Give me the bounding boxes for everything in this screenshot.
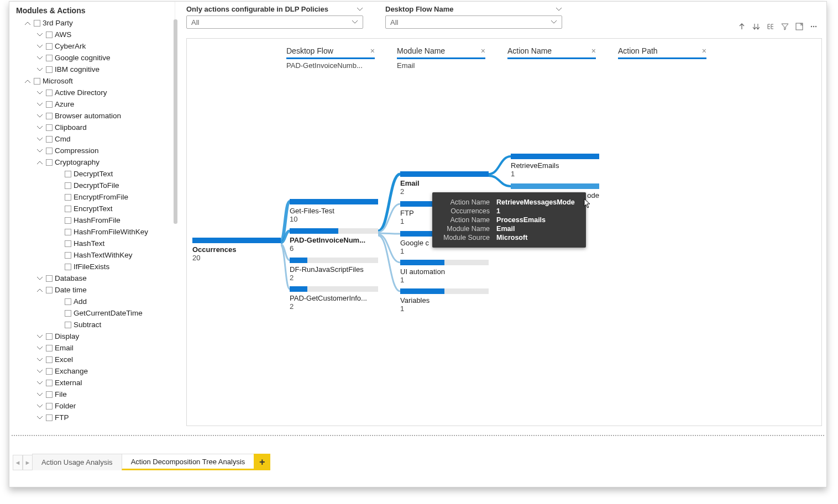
tree-item-browser-automation[interactable]: Browser automation — [14, 110, 171, 122]
tree-item-hash-from-file-with-key[interactable]: HashFromFileWithKey — [14, 226, 171, 238]
checkbox[interactable] — [65, 217, 71, 224]
close-icon[interactable]: × — [476, 46, 485, 55]
checkbox[interactable] — [65, 252, 71, 259]
checkbox[interactable] — [46, 113, 53, 119]
chevron-down-icon[interactable] — [36, 275, 44, 282]
tree-item-file[interactable]: File — [14, 389, 171, 400]
tab-action-decomposition-tree-analysis[interactable]: Action Decomposition Tree Analysis — [122, 454, 255, 470]
node-ui-automation[interactable]: UI automation 1 — [400, 260, 489, 284]
tree-item-cryptography[interactable]: Cryptography — [14, 156, 171, 168]
chevron-up-icon[interactable] — [24, 19, 32, 27]
node-get-files-test[interactable]: Get-Files-Test 10 — [290, 199, 378, 223]
more-options-icon[interactable] — [809, 22, 818, 31]
chevron-down-icon[interactable] — [357, 6, 363, 13]
close-icon[interactable]: × — [366, 46, 375, 55]
tree-item-encrypt-text[interactable]: EncryptText — [14, 203, 171, 214]
checkbox[interactable] — [65, 298, 71, 305]
chevron-down-icon[interactable] — [36, 344, 44, 352]
filter-icon[interactable] — [781, 22, 789, 31]
checkbox[interactable] — [46, 345, 53, 351]
add-sheet-button[interactable]: + — [254, 454, 270, 470]
checkbox[interactable] — [34, 78, 40, 85]
chevron-up-icon[interactable] — [24, 77, 32, 85]
chevron-down-icon[interactable] — [36, 391, 44, 398]
checkbox[interactable] — [46, 368, 53, 375]
checkbox[interactable] — [65, 264, 71, 270]
chevron-down-icon[interactable] — [36, 333, 44, 340]
chevron-up-icon[interactable] — [36, 286, 44, 294]
checkbox[interactable] — [46, 426, 53, 427]
checkbox[interactable] — [46, 101, 53, 108]
checkbox[interactable] — [65, 229, 71, 235]
node-variables[interactable]: Variables 1 — [400, 288, 489, 313]
tree-item-hash-text[interactable]: HashText — [14, 238, 171, 249]
drill-up-icon[interactable] — [737, 22, 746, 31]
checkbox[interactable] — [46, 333, 53, 340]
chevron-down-icon[interactable] — [36, 43, 44, 50]
tree-item-encrypt-from-file[interactable]: EncryptFromFile — [14, 191, 171, 203]
tree-item-database[interactable]: Database — [14, 272, 171, 284]
chevron-down-icon[interactable] — [36, 426, 44, 427]
node-pad-getinvoicenum[interactable]: PAD-GetInvoiceNum... 6 — [290, 228, 378, 253]
tab-action-usage-analysis[interactable]: Action Usage Analysis — [32, 454, 122, 470]
tree-item-hash-from-file[interactable]: HashFromFile — [14, 214, 171, 226]
checkbox[interactable] — [65, 240, 71, 247]
checkbox[interactable] — [46, 136, 53, 143]
chevron-down-icon[interactable] — [36, 402, 44, 410]
checkbox[interactable] — [65, 182, 71, 189]
checkbox[interactable] — [46, 356, 53, 363]
checkbox[interactable] — [46, 90, 53, 96]
decomposition-tree-visual[interactable]: Desktop Flow× PAD-GetInvoiceNumb... Modu… — [186, 38, 822, 426]
sheet-nav-next[interactable]: ► — [23, 455, 33, 470]
filter-flow-select[interactable]: All — [385, 15, 562, 29]
tree-item-decrypt-to-file[interactable]: DecryptToFile — [14, 180, 171, 191]
tree-item-decrypt-text[interactable]: DecryptText — [14, 168, 171, 180]
tree-item-ftp[interactable]: FTP — [14, 412, 171, 423]
tree-item-get-current-date-time[interactable]: GetCurrentDateTime — [14, 307, 171, 319]
sheet-nav-prev[interactable]: ◄ — [13, 455, 23, 470]
tree-item-display[interactable]: Display — [14, 330, 171, 342]
tree-item-cyberark[interactable]: CyberArk — [14, 40, 171, 52]
checkbox[interactable] — [46, 43, 53, 50]
tree-item-clipboard[interactable]: Clipboard — [14, 122, 171, 133]
module-tree[interactable]: 3rd Party AWS CyberArk Google cognitive … — [9, 17, 175, 426]
checkbox[interactable] — [46, 380, 53, 386]
checkbox[interactable] — [46, 159, 53, 166]
chevron-up-icon[interactable] — [36, 159, 44, 166]
close-icon[interactable]: × — [698, 46, 706, 55]
chevron-down-icon[interactable] — [36, 112, 44, 120]
chevron-down-icon[interactable] — [36, 89, 44, 97]
node-df-runjavascriptfiles[interactable]: DF-RunJavaScriptFiles 2 — [290, 258, 378, 282]
checkbox[interactable] — [46, 66, 53, 73]
checkbox[interactable] — [46, 32, 53, 38]
tree-item-3rd-party[interactable]: 3rd Party — [14, 17, 171, 29]
tree-item-email[interactable]: Email — [14, 342, 171, 354]
chevron-down-icon[interactable] — [36, 135, 44, 143]
tree-item-compression[interactable]: Compression — [14, 145, 171, 156]
tree-item-microsoft-cognitive[interactable]: Microsoft cognitive — [14, 423, 171, 426]
chevron-down-icon[interactable] — [36, 66, 44, 74]
checkbox[interactable] — [46, 391, 53, 398]
tree-item-active-directory[interactable]: Active Directory — [14, 87, 171, 98]
filter-dlp-select[interactable]: All — [186, 15, 363, 29]
tree-item-exchange[interactable]: Exchange — [14, 365, 171, 377]
chevron-down-icon[interactable] — [36, 31, 44, 39]
tree-item-add[interactable]: Add — [14, 296, 171, 307]
checkbox[interactable] — [46, 287, 53, 293]
node-retrieve-emails[interactable]: RetrieveEmails 1 — [511, 154, 599, 178]
close-icon[interactable]: × — [587, 46, 596, 55]
tree-item-google-cognitive[interactable]: Google cognitive — [14, 52, 171, 64]
drill-down-icon[interactable] — [752, 22, 761, 31]
chevron-down-icon[interactable] — [36, 414, 44, 422]
panel-separator[interactable] — [12, 435, 824, 436]
tree-item-cmd[interactable]: Cmd — [14, 133, 171, 145]
tree-item-azure[interactable]: Azure — [14, 98, 171, 110]
node-root[interactable]: Occurrences 20 — [192, 238, 281, 262]
chevron-down-icon[interactable] — [36, 54, 44, 62]
checkbox[interactable] — [65, 171, 71, 177]
checkbox[interactable] — [34, 20, 40, 27]
chevron-down-icon[interactable] — [556, 6, 562, 13]
checkbox[interactable] — [65, 310, 71, 317]
chevron-down-icon[interactable] — [36, 379, 44, 387]
tree-item-hash-text-with-key[interactable]: HashTextWithKey — [14, 249, 171, 261]
